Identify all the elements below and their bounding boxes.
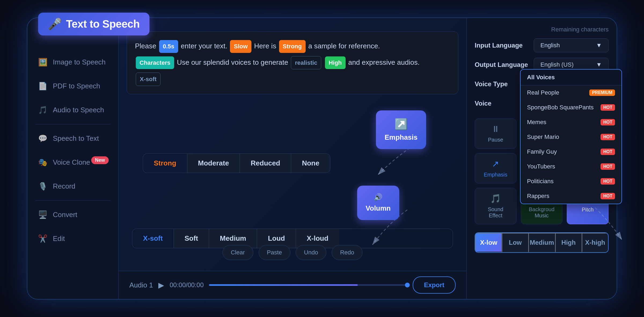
tool-background-music-label: Backgroud Music bbox=[526, 206, 557, 219]
input-language-select[interactable]: English ▼ bbox=[534, 38, 609, 52]
progress-dot bbox=[405, 283, 410, 287]
progress-fill bbox=[209, 284, 358, 286]
sidebar-label-image-to-speech: Image to Speech bbox=[53, 58, 106, 66]
progress-bar[interactable] bbox=[209, 284, 407, 286]
editor-line-2: Characters Use our splendid voices to ge… bbox=[135, 56, 450, 70]
tag-x-soft[interactable]: X-soft bbox=[136, 73, 160, 86]
tag-characters[interactable]: Characters bbox=[136, 56, 174, 69]
voice-option-memes[interactable]: Memes HOT bbox=[521, 115, 621, 130]
paste-button[interactable]: Paste bbox=[259, 245, 290, 260]
popup-area: ↗️ Emphasis Strong Moderate Reduced None bbox=[127, 94, 458, 271]
output-language-value: English (US) bbox=[540, 61, 573, 68]
export-button[interactable]: Export bbox=[413, 276, 456, 294]
volume-popup[interactable]: 🔊 Volumn bbox=[357, 186, 399, 220]
sidebar-item-voice-clone[interactable]: 🎭 Voice Clone New bbox=[27, 150, 118, 174]
audio-bar: Audio 1 ▶ 00:00/00:00 Export bbox=[119, 271, 466, 299]
hot-badge-mario: HOT bbox=[601, 134, 615, 140]
convert-icon: 🖥️ bbox=[38, 210, 47, 219]
tool-emphasis[interactable]: ↗ Emphasis bbox=[475, 153, 517, 183]
emphasis-reduced-btn[interactable]: Reduced bbox=[240, 154, 291, 173]
voice-dropdown-header: All Voices bbox=[521, 70, 621, 85]
pause-icon: ⏸ bbox=[491, 124, 500, 134]
sidebar-label-record: Record bbox=[53, 182, 75, 190]
sidebar: 🖼️ Image to Speech 📄 PDF to Speech 🎵 Aud… bbox=[27, 18, 119, 299]
clear-button[interactable]: Clear bbox=[222, 245, 253, 260]
emphasis-popup-icon: ↗️ bbox=[394, 118, 408, 131]
remaining-text: Remaining characters bbox=[475, 26, 609, 33]
sidebar-label-speech-to-text: Speech to Text bbox=[53, 134, 99, 143]
voice-option-politicians[interactable]: Politicians HOT bbox=[521, 174, 621, 189]
pitch-medium-btn[interactable]: Medium bbox=[528, 233, 555, 252]
hot-badge-spongebob: HOT bbox=[601, 104, 615, 111]
edit-icon: ✂️ bbox=[38, 234, 47, 243]
sidebar-label-edit: Edit bbox=[53, 235, 65, 243]
undo-button[interactable]: Undo bbox=[296, 245, 327, 260]
pitch-options-bar: X-low Low Medium High X-high bbox=[475, 232, 609, 253]
editor-line-3: X-soft bbox=[135, 73, 450, 86]
sidebar-item-pdf-to-speech[interactable]: 📄 PDF to Speech bbox=[27, 74, 118, 98]
hot-badge-politicians: HOT bbox=[601, 178, 615, 185]
premium-badge: PREMIUM bbox=[589, 89, 615, 96]
hot-badge-youtubers: HOT bbox=[601, 163, 615, 170]
tag-0.5s[interactable]: 0.5s bbox=[159, 40, 178, 53]
emphasis-strong-btn[interactable]: Strong bbox=[143, 154, 187, 173]
pitch-xlow-btn[interactable]: X-low bbox=[475, 233, 502, 252]
sidebar-label-convert: Convert bbox=[53, 211, 77, 219]
voice-option-real-people-label: Real People bbox=[527, 89, 559, 96]
tag-slow[interactable]: Slow bbox=[230, 40, 251, 53]
voice-option-spongebob-label: SpongeBob SquarePants bbox=[527, 104, 594, 111]
input-language-row: Input Language English ▼ bbox=[475, 38, 609, 52]
pdf-icon: 📄 bbox=[38, 82, 47, 91]
redo-button[interactable]: Redo bbox=[332, 245, 363, 260]
pitch-xhigh-btn[interactable]: X-high bbox=[582, 233, 608, 252]
hot-badge-rappers: HOT bbox=[601, 193, 615, 199]
sidebar-item-image-to-speech[interactable]: 🖼️ Image to Speech bbox=[27, 50, 118, 74]
voice-option-family-guy[interactable]: Family Guy HOT bbox=[521, 145, 621, 159]
editor-line-1: Please 0.5s enter your text. Slow Here i… bbox=[135, 40, 450, 53]
bottom-controls: Clear Paste Undo Redo bbox=[127, 240, 458, 265]
tag-high[interactable]: High bbox=[325, 56, 346, 69]
voice-option-youtubers[interactable]: YouTubers HOT bbox=[521, 159, 621, 174]
text-expressive: and expressive audios. bbox=[348, 58, 420, 66]
sidebar-item-audio-to-speech[interactable]: 🎵 Audio to Speech bbox=[27, 98, 118, 122]
sidebar-item-convert[interactable]: 🖥️ Convert bbox=[27, 203, 118, 227]
sidebar-divider-2 bbox=[35, 200, 110, 201]
sidebar-item-speech-to-text[interactable]: 💬 Speech to Text bbox=[27, 127, 118, 150]
tool-sound-effect[interactable]: 🎵 Sound Effect bbox=[475, 188, 517, 224]
output-language-label: Output Language bbox=[475, 61, 528, 69]
logo-badge[interactable]: 🎤 Text to Speech bbox=[38, 13, 149, 35]
voice-option-super-mario-label: Super Mario bbox=[527, 134, 559, 141]
voice-option-super-mario[interactable]: Super Mario HOT bbox=[521, 130, 621, 145]
tool-pitch-active-label: Pitch bbox=[582, 207, 594, 213]
chevron-down-icon-2: ▼ bbox=[596, 61, 602, 68]
emphasis-popup[interactable]: ↗️ Emphasis bbox=[376, 110, 426, 149]
voice-option-real-people[interactable]: Real People PREMIUM bbox=[521, 85, 621, 100]
tool-sound-effect-label: Sound Effect bbox=[480, 206, 511, 219]
tag-strong-inline[interactable]: Strong bbox=[279, 40, 306, 53]
tool-pause[interactable]: ⏸ Pause bbox=[475, 118, 517, 149]
main-content: Please 0.5s enter your text. Slow Here i… bbox=[119, 18, 466, 299]
emphasis-moderate-btn[interactable]: Moderate bbox=[187, 154, 240, 173]
sound-effect-icon: 🎵 bbox=[490, 193, 501, 204]
text-sample: a sample bbox=[308, 42, 339, 50]
voice-option-rappers[interactable]: Rappers HOT bbox=[521, 189, 621, 204]
editor-area[interactable]: Please 0.5s enter your text. Slow Here i… bbox=[127, 31, 458, 94]
sidebar-item-edit[interactable]: ✂️ Edit bbox=[27, 227, 118, 251]
hot-badge-family-guy: HOT bbox=[601, 149, 615, 155]
voice-clone-icon: 🎭 bbox=[38, 158, 47, 167]
sidebar-label-audio-to-speech: Audio to Speech bbox=[53, 106, 104, 114]
emphasis-none-btn[interactable]: None bbox=[291, 154, 330, 173]
text-enter: enter your text. bbox=[181, 42, 229, 50]
tag-realistic[interactable]: realistic bbox=[291, 56, 321, 70]
logo-text: Text to Speech bbox=[66, 18, 140, 30]
play-button[interactable]: ▶ bbox=[158, 281, 164, 290]
text-here: Here is bbox=[254, 42, 278, 50]
voice-dropdown[interactable]: All Voices Real People PREMIUM SpongeBob… bbox=[520, 69, 622, 204]
pitch-low-btn[interactable]: Low bbox=[502, 233, 528, 252]
sidebar-label-voice-clone: Voice Clone bbox=[53, 158, 90, 167]
image-icon: 🖼️ bbox=[38, 58, 47, 67]
pitch-high-btn[interactable]: High bbox=[555, 233, 582, 252]
voice-option-spongebob[interactable]: SpongeBob SquarePants HOT bbox=[521, 100, 621, 115]
volume-popup-label: Volumn bbox=[366, 204, 391, 212]
sidebar-item-record[interactable]: 🎙️ Record bbox=[27, 174, 118, 198]
